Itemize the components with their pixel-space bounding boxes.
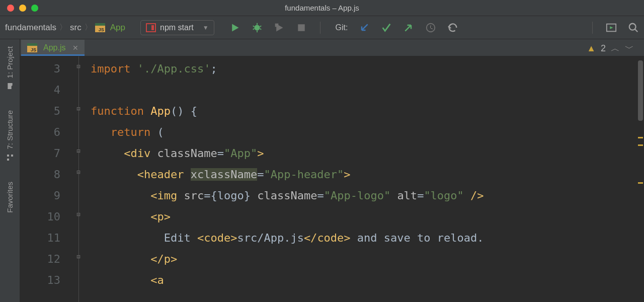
project-tool-label: 1: Project	[6, 46, 14, 78]
favorites-tool-button[interactable]: Favorites	[6, 182, 14, 213]
svg-rect-1	[275, 23, 278, 27]
folder-icon	[6, 82, 14, 90]
project-tool-button[interactable]: 1: Project	[6, 46, 14, 78]
favorites-tool-label: Favorites	[6, 182, 14, 213]
git-push-button[interactable]	[403, 22, 414, 33]
line-number: 9	[20, 185, 60, 206]
svg-point-0	[254, 25, 260, 30]
line-number: 3	[20, 58, 60, 80]
toolbar: fundamentals 〉 src 〉 JS App npm start ▼ …	[0, 16, 644, 39]
js-file-icon: JS	[27, 43, 37, 52]
line-number: 5	[20, 101, 60, 122]
svg-rect-6	[11, 155, 13, 157]
editor-stripe	[637, 56, 644, 302]
tab-label: App.js	[43, 43, 65, 52]
breadcrumb-src[interactable]: src	[70, 23, 82, 33]
run-config-label: npm start	[160, 23, 194, 32]
warning-icon: ▲	[587, 43, 596, 54]
left-tool-rail: 1: Project 7: Structure Favorites	[0, 39, 20, 302]
separator	[592, 22, 593, 34]
code-text[interactable]: import './App.css'; function App() { ret…	[91, 56, 644, 302]
toolbar-right	[590, 22, 639, 34]
main-area: 1: Project 7: Structure Favorites JS App…	[0, 39, 644, 302]
titlebar: fundamentals – App.js	[0, 0, 644, 16]
close-tab-button[interactable]: ✕	[72, 44, 78, 52]
ide-scripting-button[interactable]	[606, 22, 617, 33]
svg-rect-2	[298, 24, 305, 31]
fold-toggle[interactable]: ⊟	[74, 253, 83, 261]
warning-mark[interactable]	[638, 137, 643, 138]
search-everywhere-button[interactable]	[628, 22, 639, 33]
fold-toggle[interactable]: ⊟	[74, 62, 83, 70]
line-number: 13	[20, 270, 60, 291]
line-number: 8	[20, 164, 60, 185]
scrollbar-thumb[interactable]	[638, 60, 643, 121]
git-pull-button[interactable]	[359, 22, 370, 33]
breadcrumb-file[interactable]: App	[110, 23, 125, 33]
fold-column: ⊟ ⊟ ⊟ ⊟ ⊟ ⊟	[70, 56, 91, 302]
run-config-selector[interactable]: npm start ▼	[140, 20, 214, 35]
svg-point-5	[629, 23, 636, 30]
svg-rect-8	[7, 159, 9, 161]
editor: JS App.js ✕ ▲ 2 ︿ ﹀ 3 4 5 6 7 8 9 10 11 …	[20, 39, 644, 302]
js-file-icon: JS	[95, 23, 105, 32]
fold-toggle[interactable]: ⊟	[74, 168, 83, 176]
npm-icon	[146, 23, 156, 32]
line-number: 12	[20, 249, 60, 270]
stop-button	[296, 22, 307, 33]
run-button[interactable]	[229, 22, 240, 33]
svg-rect-7	[7, 155, 9, 157]
git-label: Git:	[336, 23, 348, 32]
line-number: 10	[20, 206, 60, 228]
inspection-widget[interactable]: ▲ 2 ︿ ﹀	[587, 42, 634, 54]
rollback-button[interactable]	[447, 22, 458, 33]
warning-mark[interactable]	[638, 182, 643, 184]
separator	[320, 22, 320, 34]
line-number: 6	[20, 122, 60, 143]
run-controls: Git:	[229, 22, 459, 34]
debug-button[interactable]	[252, 22, 263, 33]
dropdown-icon: ▼	[203, 24, 209, 31]
line-number: 11	[20, 228, 60, 249]
chevron-right-icon: 〉	[85, 23, 92, 32]
git-history-button[interactable]	[425, 22, 436, 33]
breadcrumb-root[interactable]: fundamentals	[5, 23, 56, 33]
code-area[interactable]: 3 4 5 6 7 8 9 10 11 12 13 ⊟ ⊟ ⊟ ⊟ ⊟ ⊟	[20, 56, 644, 302]
editor-tabs: JS App.js ✕	[20, 39, 644, 56]
warning-count: 2	[601, 43, 606, 54]
chevron-right-icon: 〉	[59, 23, 67, 32]
window-title: fundamentals – App.js	[0, 4, 644, 12]
breadcrumb: fundamentals 〉 src 〉 JS App	[5, 23, 125, 33]
prev-highlight-button[interactable]: ︿	[611, 42, 620, 54]
warning-mark[interactable]	[638, 144, 643, 146]
git-commit-button[interactable]	[381, 22, 392, 33]
fold-toggle[interactable]: ⊟	[74, 147, 83, 155]
structure-icon	[6, 154, 14, 162]
fold-toggle[interactable]: ⊟	[74, 210, 83, 218]
line-number: 4	[20, 80, 60, 101]
gutter: 3 4 5 6 7 8 9 10 11 12 13	[20, 56, 70, 302]
next-highlight-button[interactable]: ﹀	[625, 42, 634, 54]
structure-tool-button[interactable]: 7: Structure	[6, 110, 14, 149]
fold-toggle[interactable]: ⊟	[74, 105, 83, 113]
structure-tool-label: 7: Structure	[6, 110, 14, 149]
coverage-button	[274, 22, 285, 33]
line-number: 7	[20, 143, 60, 164]
tab-app-js[interactable]: JS App.js ✕	[21, 40, 85, 56]
